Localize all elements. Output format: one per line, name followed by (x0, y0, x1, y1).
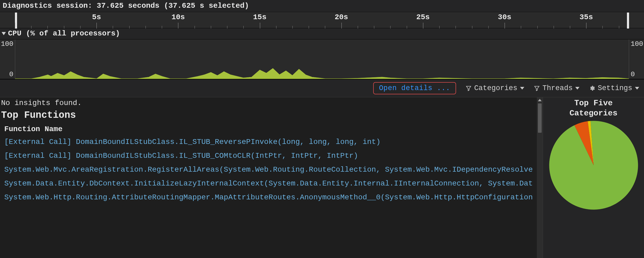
chevron-down-icon (2, 32, 6, 35)
ruler-tick (325, 26, 325, 29)
cpu-title: CPU (% of all processors) (8, 29, 120, 38)
ruler-label: 25s (416, 13, 430, 21)
ruler-tick (358, 26, 358, 29)
ruler-tick (570, 26, 570, 29)
ruler-tick (15, 23, 15, 29)
scroll-up-icon[interactable] (538, 99, 542, 101)
chevron-down-icon (575, 87, 579, 90)
pie-slice[interactable] (549, 121, 638, 209)
ruler-tick (113, 26, 113, 29)
settings-dropdown[interactable]: Settings (589, 84, 639, 92)
ruler-tick (586, 23, 586, 29)
ruler-label: 10s (171, 13, 185, 21)
cpu-plot[interactable]: 100 0 100 0 (0, 39, 644, 79)
cpu-axis-right: 100 0 (629, 39, 644, 79)
ruler-tick (292, 26, 293, 29)
ruler-tick (47, 26, 48, 29)
ruler-label: 5s (92, 13, 101, 21)
categories-dropdown[interactable]: Categories (466, 84, 524, 92)
ruler-tick (96, 23, 97, 29)
column-header-function-name[interactable]: Function Name (0, 124, 537, 136)
ruler-tick (439, 26, 440, 29)
ruler-tick (211, 26, 211, 29)
threads-dropdown[interactable]: Threads (534, 84, 579, 92)
top-functions-title: Top Functions (0, 109, 537, 124)
scroll-thumb[interactable] (538, 103, 542, 133)
ruler-tick (390, 26, 391, 29)
ruler-tick (31, 26, 31, 29)
ruler-label: 15s (253, 13, 266, 21)
ruler-tick (456, 26, 456, 29)
selection-end-handle[interactable] (627, 13, 629, 29)
ruler-label: 35s (579, 13, 593, 21)
ruler-tick (488, 26, 489, 29)
ruler-tick (276, 26, 276, 29)
open-details-link[interactable]: Open details ... (373, 82, 456, 94)
ruler-tick (162, 26, 162, 29)
filter-icon (534, 85, 540, 91)
chevron-down-icon (635, 87, 639, 90)
ruler-tick (64, 26, 64, 29)
session-header: Diagnostics session: 37.625 seconds (37.… (0, 0, 644, 12)
ruler-tick (80, 26, 80, 29)
ruler-tick (619, 26, 619, 29)
ruler-tick (129, 26, 130, 29)
timeline-ruler[interactable]: 5s10s15s20s25s30s35s (0, 12, 644, 28)
cpu-series (15, 68, 629, 79)
ruler-tick (341, 23, 342, 29)
filter-icon (466, 85, 472, 91)
ruler-tick (260, 23, 260, 29)
ruler-tick (243, 26, 244, 29)
ruler-tick (227, 26, 227, 29)
ruler-tick (521, 26, 521, 29)
ruler-tick (309, 26, 309, 29)
vertical-scrollbar[interactable] (537, 97, 543, 258)
ruler-tick (423, 23, 423, 29)
cpu-section-header[interactable]: CPU (% of all processors) (0, 28, 644, 39)
ruler-tick (537, 26, 538, 29)
ruler-tick (407, 26, 407, 29)
function-list: [External Call] DomainBoundILStubClass.I… (0, 136, 537, 203)
cpu-axis-left: 100 0 (0, 39, 15, 79)
ruler-tick (146, 26, 146, 29)
ruler-label: 30s (498, 13, 511, 21)
pie-chart[interactable] (548, 120, 639, 211)
toolbar: Open details ... Categories Threads Sett… (0, 79, 644, 97)
ruler-tick (554, 26, 554, 29)
ruler-tick (602, 26, 603, 29)
function-row[interactable]: System.Web.Http.Routing.AttributeRouting… (4, 192, 533, 203)
ruler-tick (505, 23, 505, 29)
top-categories-panel: Top FiveCategories (543, 97, 644, 258)
function-row[interactable]: System.Data.Entity.DbContext.InitializeL… (4, 178, 533, 189)
function-row[interactable]: [External Call] DomainBoundILStubClass.I… (4, 150, 533, 162)
chevron-down-icon (520, 87, 524, 90)
function-row[interactable]: System.Web.Mvc.AreaRegistration.Register… (4, 164, 533, 175)
pie-title: Top FiveCategories (569, 98, 617, 118)
ruler-label: 20s (335, 13, 348, 21)
selection-start-handle[interactable] (15, 13, 17, 29)
ruler-tick (195, 26, 195, 29)
function-row[interactable]: [External Call] DomainBoundILStubClass.I… (4, 136, 533, 148)
ruler-tick (472, 26, 472, 29)
gear-icon (589, 85, 595, 91)
ruler-tick (374, 26, 374, 29)
insights-text: No insights found. (0, 97, 537, 109)
ruler-tick (178, 23, 178, 29)
